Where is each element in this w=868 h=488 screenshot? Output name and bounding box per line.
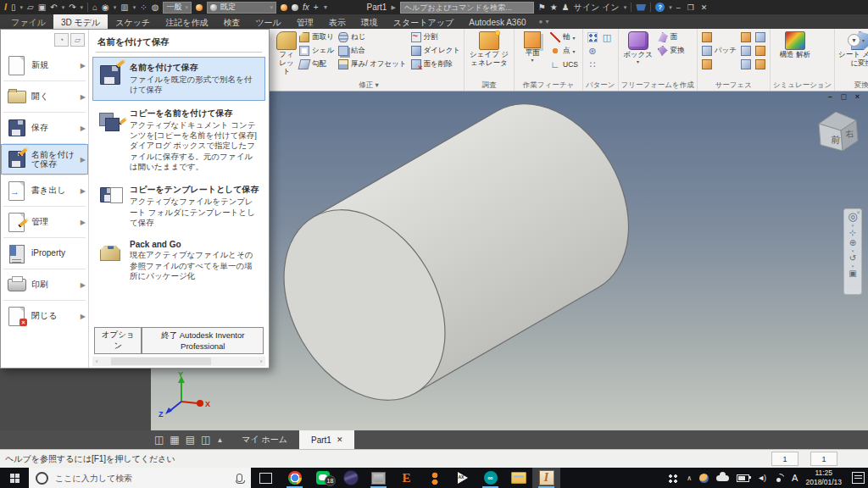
user-icon[interactable]: ♟: [562, 3, 570, 12]
viewcube-right-label[interactable]: 右: [845, 129, 854, 139]
action-center-icon[interactable]: [852, 472, 865, 484]
battery-icon[interactable]: [737, 474, 749, 482]
sculpt-button[interactable]: [700, 58, 738, 71]
taskbar-search[interactable]: [29, 468, 251, 488]
file-menu-item-export[interactable]: → 書き出し▶: [1, 175, 88, 206]
file-menu-item-open[interactable]: 開く▶: [1, 81, 88, 112]
hidden-icons-chevron-icon[interactable]: ∧: [687, 474, 692, 482]
file-menu-item-new[interactable]: 新規▶: [1, 50, 88, 80]
favorites-star-icon[interactable]: ★: [550, 3, 558, 12]
start-button[interactable]: [0, 468, 29, 488]
task-view-button[interactable]: [259, 473, 272, 484]
window-minimize-button[interactable]: –: [676, 3, 683, 12]
file-menu-item-save-as[interactable]: 名前を付けて保存▶: [1, 144, 88, 175]
circular-pattern-button[interactable]: ⊛: [586, 44, 599, 58]
tab-3d-model[interactable]: 3D モデル: [53, 14, 108, 29]
taskbar-app-line[interactable]: 18: [309, 468, 337, 488]
draft-button[interactable]: 勾配: [298, 58, 336, 71]
save-copy-as-template-option[interactable]: コピーをテンプレートとして保存 アクティブなファイルをテンプレート フォルダにテ…: [92, 179, 265, 233]
scroll-left-icon[interactable]: ‹: [92, 358, 101, 365]
new-file-caret-icon[interactable]: ▾: [20, 4, 24, 11]
help-search-input[interactable]: [400, 2, 534, 14]
qat-customize-caret-icon[interactable]: ▼: [323, 4, 329, 10]
thicken-offset-button[interactable]: 厚み/ オフセット: [337, 58, 408, 71]
store-cart-icon[interactable]: [636, 4, 646, 11]
scrollbar-thumb[interactable]: [111, 358, 211, 365]
recent-documents-icon[interactable]: ◔: [54, 33, 69, 47]
help-caret-icon[interactable]: ▾: [669, 4, 672, 11]
return-caret-icon[interactable]: ▾: [133, 4, 136, 11]
taskbar-app-arduino[interactable]: ∞: [476, 468, 504, 488]
search-expand-icon[interactable]: ▶: [391, 4, 395, 11]
pan-icon[interactable]: ⊹: [849, 228, 856, 238]
viewcube-front-label[interactable]: 前: [830, 134, 841, 145]
color-ball-icon[interactable]: [699, 474, 709, 483]
tab-getstarted[interactable]: スタートアップ: [386, 14, 461, 29]
return-icon[interactable]: ▥: [120, 3, 128, 12]
taskbar-clock[interactable]: 11:25 2018/01/13: [805, 469, 842, 486]
horizontal-tile-icon[interactable]: ▤: [186, 434, 195, 446]
save-copy-as-option[interactable]: コピーを名前を付けて保存 アクティブなドキュメント コンテンツを[コピーを名前を…: [92, 103, 265, 178]
new-file-icon[interactable]: ▯: [11, 3, 16, 12]
taskbar-app-explorer[interactable]: [504, 468, 532, 488]
save-as-option[interactable]: 名前を付けて保存 ファイルを既定の形式で別名を付けて保存: [92, 57, 265, 101]
replace-face-button[interactable]: [754, 58, 767, 71]
taskbar-app-chrome[interactable]: [281, 468, 309, 488]
appearance-dropdown[interactable]: 既定 ▾: [207, 2, 276, 14]
ribbon-options-icon[interactable]: ●▾: [539, 14, 549, 29]
look-at-icon[interactable]: ▣: [849, 269, 856, 279]
rectangular-pattern-button[interactable]: [586, 30, 599, 44]
camera-caret-icon[interactable]: ▾: [114, 4, 117, 11]
zoom-icon[interactable]: ⊕: [849, 238, 856, 248]
stitch-surface-button[interactable]: [754, 30, 767, 44]
sign-in-label[interactable]: サイン イン: [574, 2, 620, 14]
window-restore-button[interactable]: ❐: [687, 3, 697, 12]
tab-part1[interactable]: Part1 ✕: [299, 430, 354, 449]
camera-icon[interactable]: ◉: [102, 3, 109, 12]
undo-caret-icon[interactable]: ▾: [62, 4, 65, 11]
combine-button[interactable]: 結合: [337, 44, 408, 58]
freeform-box-button[interactable]: ボックス▾: [621, 30, 655, 80]
delete-face-button[interactable]: 面を削除: [409, 58, 463, 71]
material-dropdown[interactable]: 一般 ▾: [163, 2, 192, 14]
cascade-windows-icon[interactable]: ◫: [154, 434, 164, 446]
wifi-icon[interactable]: [773, 474, 784, 482]
tab-annotate[interactable]: 注記を作成: [158, 14, 215, 29]
trim-surface-button[interactable]: [739, 44, 753, 58]
microphone-icon[interactable]: [236, 474, 242, 482]
shape-generator-button[interactable]: シェイプ ジェネレータ: [467, 30, 511, 80]
exit-button[interactable]: 終了 Autodesk Inventor Professional: [142, 327, 264, 354]
tab-tools[interactable]: ツール: [248, 14, 288, 29]
document-window-controls[interactable]: – ◻ ×: [828, 92, 863, 101]
axis-button[interactable]: 軸▾: [548, 30, 580, 44]
globe-icon[interactable]: ◍: [152, 3, 159, 12]
taskbar-app-e[interactable]: E: [392, 468, 420, 488]
home-icon[interactable]: ⌂: [92, 3, 97, 12]
bend-surface-button[interactable]: [739, 30, 753, 44]
navigation-bar[interactable]: ✕ ◎ ▾ ⊹ ⊕ ▾ ↺ ▾ ▣: [843, 208, 862, 295]
split-button[interactable]: 分割: [409, 30, 463, 44]
file-menu-scrollbar[interactable]: ‹ ›: [92, 357, 265, 366]
fillet-button[interactable]: フィレット: [276, 30, 297, 80]
pack-and-go-option[interactable]: Pack and Go 現在アクティブなファイルとその参照ファイルのすべてを単一…: [92, 235, 265, 286]
shell-button[interactable]: シェル: [298, 44, 336, 58]
pennant-icon[interactable]: ⚑: [538, 3, 546, 12]
freeform-convert-button[interactable]: 変換: [656, 44, 687, 58]
tab-view[interactable]: 表示: [321, 14, 353, 29]
view-cube[interactable]: 前 右: [810, 105, 860, 158]
file-menu-item-print[interactable]: 印刷▶: [1, 269, 88, 300]
window-close-button[interactable]: ✕: [701, 3, 710, 12]
sign-in-caret-icon[interactable]: ▾: [624, 4, 627, 11]
direct-edit-button[interactable]: ダイレクト: [409, 44, 463, 58]
file-menu-item-iproperty[interactable]: iProperty: [1, 238, 88, 269]
adjust-icon[interactable]: [281, 4, 287, 11]
open-documents-icon[interactable]: ▱: [70, 33, 85, 47]
ime-mode-indicator[interactable]: A: [792, 473, 798, 483]
redo-icon[interactable]: ↷: [69, 3, 75, 12]
plane-button[interactable]: 平面▾: [517, 30, 548, 80]
mirror-button[interactable]: ◫: [600, 30, 614, 44]
ribbon-collapse-control[interactable]: ▼ ▾: [848, 34, 865, 47]
help-icon[interactable]: ?: [655, 3, 665, 12]
chamfer-button[interactable]: 面取り: [298, 30, 336, 44]
switch-icon[interactable]: ⁘: [140, 3, 147, 12]
